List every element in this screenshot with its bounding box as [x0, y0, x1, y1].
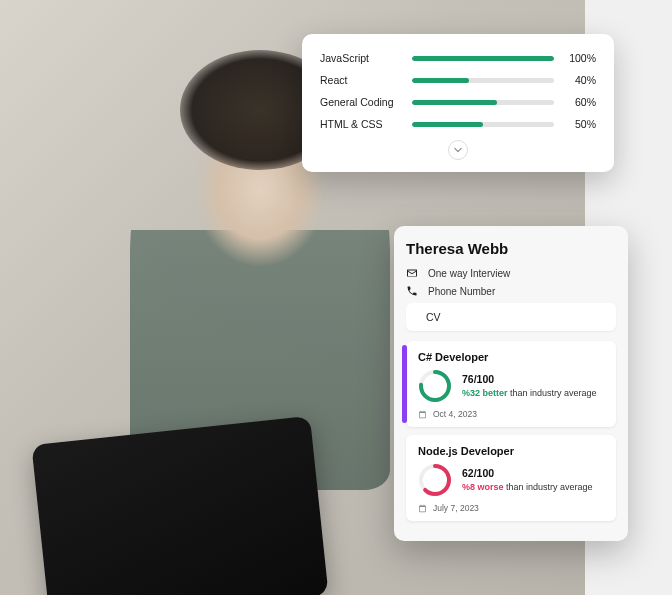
skill-percent: 100% — [564, 52, 596, 64]
assessment-comparison: %8 worse than industry average — [462, 481, 593, 494]
assessment-card[interactable]: C# Developer76/100%32 better than indust… — [406, 341, 616, 427]
tablet-illustration — [31, 416, 328, 595]
calendar-icon — [418, 504, 427, 513]
candidate-profile-card: Theresa Webb One way Interview Phone Num… — [394, 226, 628, 541]
score-donut — [418, 463, 452, 497]
assessment-card[interactable]: Node.js Developer62/100%8 worse than ind… — [406, 435, 616, 521]
assessment-title: Node.js Developer — [418, 445, 606, 457]
skill-row: JavaScript100% — [320, 52, 596, 64]
assessment-score: 62/100 — [462, 466, 593, 481]
skill-row: HTML & CSS50% — [320, 118, 596, 130]
phone-row[interactable]: Phone Number — [406, 285, 616, 297]
cv-row[interactable]: CV — [406, 303, 616, 331]
assessment-title: C# Developer — [418, 351, 606, 363]
calendar-icon — [418, 410, 427, 419]
skill-bar — [412, 100, 554, 105]
phone-icon — [406, 285, 418, 297]
skill-fill — [412, 100, 497, 105]
assessment-body: 62/100%8 worse than industry average — [418, 463, 606, 497]
chevron-down-icon — [454, 146, 462, 154]
assessment-date: July 7, 2023 — [418, 503, 606, 513]
skill-bar — [412, 56, 554, 61]
skill-fill — [412, 122, 483, 127]
skills-card: JavaScript100%React40%General Coding60%H… — [302, 34, 614, 172]
skill-row: React40% — [320, 74, 596, 86]
cv-label: CV — [426, 311, 441, 323]
assessment-comparison: %32 better than industry average — [462, 387, 597, 400]
skill-label: HTML & CSS — [320, 118, 402, 130]
assessment-text: 76/100%32 better than industry average — [462, 372, 597, 400]
skill-fill — [412, 56, 554, 61]
assessment-score: 76/100 — [462, 372, 597, 387]
assessment-date: Oct 4, 2023 — [418, 409, 606, 419]
skill-percent: 40% — [564, 74, 596, 86]
interview-row[interactable]: One way Interview — [406, 267, 616, 279]
interview-label: One way Interview — [428, 268, 510, 279]
assessment-text: 62/100%8 worse than industry average — [462, 466, 593, 494]
score-donut — [418, 369, 452, 403]
assessment-body: 76/100%32 better than industry average — [418, 369, 606, 403]
skill-bar — [412, 122, 554, 127]
expand-skills-button[interactable] — [448, 140, 468, 160]
delta-worse: %8 worse — [462, 482, 504, 492]
skill-label: General Coding — [320, 96, 402, 108]
delta-better: %32 better — [462, 388, 508, 398]
skill-label: JavaScript — [320, 52, 402, 64]
candidate-name: Theresa Webb — [406, 240, 616, 257]
skill-fill — [412, 78, 469, 83]
skill-row: General Coding60% — [320, 96, 596, 108]
skill-percent: 60% — [564, 96, 596, 108]
skill-percent: 50% — [564, 118, 596, 130]
skill-bar — [412, 78, 554, 83]
skill-label: React — [320, 74, 402, 86]
mail-icon — [406, 267, 418, 279]
phone-label: Phone Number — [428, 286, 495, 297]
